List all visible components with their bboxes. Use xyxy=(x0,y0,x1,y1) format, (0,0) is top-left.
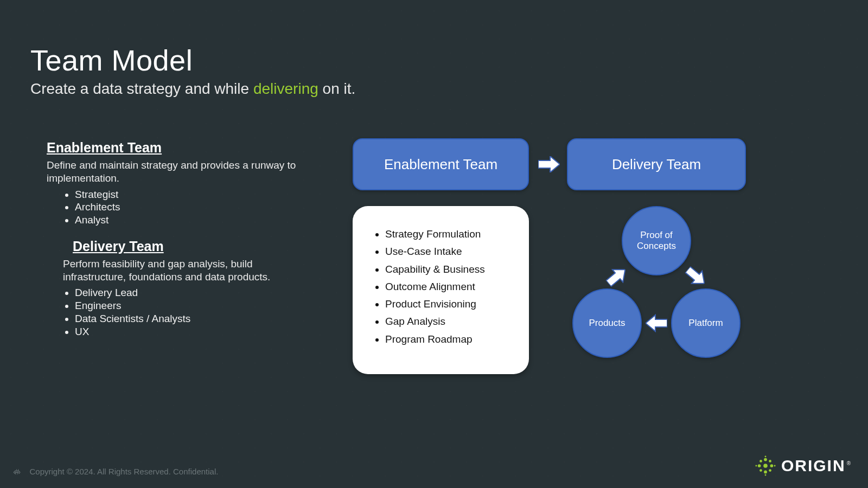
footer: ‹#› Copyright © 2024. All Rights Reserve… xyxy=(13,467,218,476)
subtitle-pre: Create a data strategy and while xyxy=(30,80,253,97)
cycle-arrow-icon xyxy=(646,312,667,334)
cycle-node-platform: Platform xyxy=(671,288,741,358)
svg-point-0 xyxy=(763,464,768,468)
list-item: Engineers xyxy=(75,299,307,312)
list-item: Strategist xyxy=(75,188,307,201)
subtitle-accent: delivering xyxy=(253,80,318,97)
list-item: Data Scientists / Analysts xyxy=(75,312,307,325)
copyright-text: Copyright © 2024. All Rights Reserved. C… xyxy=(30,467,219,476)
enablement-activities-card: Strategy Formulation Use-Case Intake Cap… xyxy=(353,206,529,374)
list-item: Analyst xyxy=(75,214,307,227)
list-item: Capability & Business xyxy=(385,261,518,278)
cycle-arrow-icon xyxy=(681,261,711,292)
svg-point-2 xyxy=(764,471,767,474)
cycle-node-proof-of-concepts: Proof of Concepts xyxy=(622,206,691,275)
svg-point-12 xyxy=(774,465,776,467)
enablement-pill: Enablement Team xyxy=(353,138,529,190)
subtitle-post: on it. xyxy=(318,80,355,97)
pill-label: Enablement Team xyxy=(384,156,497,173)
list-item: Program Roadmap xyxy=(385,331,518,348)
delivery-desc: Perform feasibility and gap analysis, bu… xyxy=(63,258,307,284)
cycle-node-label: Products xyxy=(589,318,625,329)
delivery-role-list: Delivery Lead Engineers Data Scientists … xyxy=(47,286,307,338)
list-item: Gap Analysis xyxy=(385,313,518,330)
slide-subtitle: Create a data strategy and while deliver… xyxy=(30,80,355,98)
arrow-right-icon xyxy=(538,156,560,172)
svg-point-9 xyxy=(765,455,767,457)
cycle-arrow-icon xyxy=(602,261,632,292)
slide-title: Team Model xyxy=(30,43,193,77)
svg-point-8 xyxy=(769,469,771,472)
brand-wordmark: ORIGIN® xyxy=(781,457,852,475)
svg-point-4 xyxy=(770,464,774,467)
enablement-role-list: Strategist Architects Analyst xyxy=(47,188,307,227)
delivery-cycle-diagram: Proof of Concepts Products Platform xyxy=(567,206,746,369)
page-number-placeholder: ‹#› xyxy=(13,467,20,476)
svg-point-5 xyxy=(760,460,762,463)
list-item: Architects xyxy=(75,201,307,214)
brand-logo: ORIGIN® xyxy=(755,455,852,476)
delivery-heading: Delivery Team xyxy=(73,239,307,254)
activities-list: Strategy Formulation Use-Case Intake Cap… xyxy=(374,226,518,348)
cycle-node-label: Proof of Concepts xyxy=(623,230,690,251)
svg-point-7 xyxy=(760,469,762,472)
list-item: Outcome Alignment xyxy=(385,278,518,296)
delivery-pill: Delivery Team xyxy=(567,138,746,190)
list-item: UX xyxy=(75,325,307,338)
svg-point-6 xyxy=(769,460,771,463)
brand-text: ORIGIN xyxy=(781,457,846,474)
list-item: Strategy Formulation xyxy=(385,226,518,243)
cycle-node-products: Products xyxy=(572,288,642,358)
list-item: Use-Case Intake xyxy=(385,243,518,260)
registered-mark-icon: ® xyxy=(847,460,852,466)
enablement-desc: Define and maintain strategy and provide… xyxy=(47,159,307,185)
brand-mark-icon xyxy=(755,455,776,476)
pill-label: Delivery Team xyxy=(612,156,701,173)
cycle-node-label: Platform xyxy=(688,318,723,329)
list-item: Product Envisioning xyxy=(385,296,518,313)
svg-point-1 xyxy=(764,458,767,461)
svg-point-10 xyxy=(765,474,767,476)
list-item: Delivery Lead xyxy=(75,286,307,299)
left-column: Enablement Team Define and maintain stra… xyxy=(47,140,307,338)
svg-point-3 xyxy=(758,464,761,467)
enablement-heading: Enablement Team xyxy=(47,140,307,156)
svg-point-11 xyxy=(755,465,757,467)
